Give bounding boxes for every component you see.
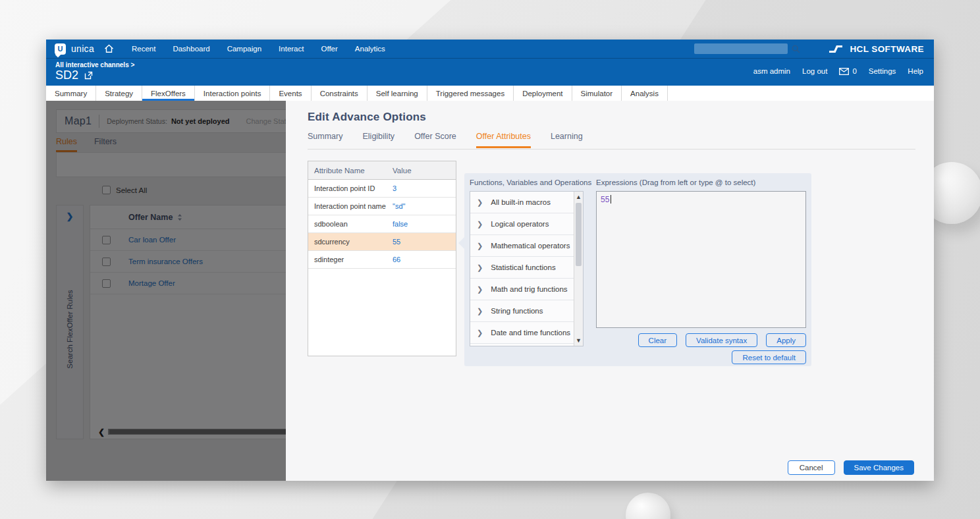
column-value: Value bbox=[393, 167, 456, 175]
cancel-button[interactable]: Cancel bbox=[788, 460, 835, 475]
column-attribute-name: Attribute Name bbox=[308, 167, 393, 175]
breadcrumb[interactable]: All interactive channels > bbox=[55, 61, 134, 68]
dialog-tab-offer-attributes[interactable]: Offer Attributes bbox=[476, 132, 531, 148]
mail-icon bbox=[839, 68, 849, 75]
logout-link[interactable]: Log out bbox=[802, 67, 827, 75]
function-group[interactable]: ❯String functions bbox=[470, 300, 583, 322]
nav-item-offer[interactable]: Offer bbox=[321, 45, 337, 53]
panel-notch bbox=[458, 237, 464, 249]
expression-value: 55 bbox=[601, 195, 609, 204]
chevron-right-icon: ❯ bbox=[477, 220, 483, 229]
divider bbox=[308, 149, 915, 150]
dialog-tab-summary[interactable]: Summary bbox=[308, 132, 342, 148]
function-group[interactable]: ❯All built-in macros bbox=[470, 192, 583, 213]
unica-logo-icon[interactable]: U bbox=[55, 43, 66, 55]
chevron-right-icon: ❯ bbox=[477, 242, 483, 250]
tab-simulator[interactable]: Simulator bbox=[572, 86, 622, 101]
save-changes-button[interactable]: Save Changes bbox=[844, 460, 914, 475]
function-group[interactable]: ❯Math and trig functions bbox=[470, 279, 583, 300]
vertical-scrollbar: ▲ ▼ bbox=[574, 192, 583, 346]
tab-analysis[interactable]: Analysis bbox=[622, 86, 668, 101]
function-group[interactable]: ❯Statistical functions bbox=[470, 257, 583, 279]
dialog-footer: Cancel Save Changes bbox=[788, 460, 914, 475]
help-link[interactable]: Help bbox=[908, 67, 923, 75]
settings-link[interactable]: Settings bbox=[869, 67, 896, 75]
scrollbar-thumb[interactable] bbox=[576, 203, 582, 266]
tab-constraints[interactable]: Constraints bbox=[312, 86, 368, 101]
dialog-tab-eligibility[interactable]: Eligibility bbox=[362, 132, 395, 148]
expressions-label: Expressions (Drag from left or type @ to… bbox=[596, 178, 755, 186]
functions-label: Functions, Variables and Operations bbox=[470, 178, 591, 186]
nav-item-interact[interactable]: Interact bbox=[279, 45, 304, 53]
top-navbar: U unica Recent Dashboard Campaign Intera… bbox=[46, 40, 934, 58]
global-search-input[interactable] bbox=[694, 43, 788, 54]
dim-overlay bbox=[46, 101, 286, 481]
tab-interaction-points[interactable]: Interaction points bbox=[195, 86, 271, 101]
tab-deployment[interactable]: Deployment bbox=[514, 86, 572, 101]
mail-count: 0 bbox=[852, 67, 856, 75]
apply-button[interactable]: Apply bbox=[766, 333, 806, 347]
dialog-tab-offer-score[interactable]: Offer Score bbox=[414, 132, 456, 148]
search-icon[interactable] bbox=[792, 45, 800, 53]
attribute-table: Attribute Name Value Interaction point I… bbox=[308, 161, 456, 356]
expression-textarea[interactable]: 55 bbox=[596, 191, 806, 328]
hcl-logo-text: HCL SOFTWARE bbox=[850, 44, 924, 54]
scroll-down-icon[interactable]: ▼ bbox=[574, 336, 583, 345]
breadcrumb-bar: All interactive channels > SD2 asm admin… bbox=[46, 58, 934, 86]
nav-item-campaign[interactable]: Campaign bbox=[227, 45, 261, 53]
validate-syntax-button[interactable]: Validate syntax bbox=[686, 333, 757, 347]
function-group[interactable]: ❯Date and time functions bbox=[470, 322, 583, 344]
scroll-up-icon[interactable]: ▲ bbox=[574, 192, 583, 202]
app-window: U unica Recent Dashboard Campaign Intera… bbox=[46, 40, 934, 481]
nav-item-dashboard[interactable]: Dashboard bbox=[173, 45, 209, 53]
tab-triggered-messages[interactable]: Triggered messages bbox=[427, 86, 514, 101]
table-row[interactable]: sdinteger 66 bbox=[308, 251, 456, 269]
edit-advance-options-dialog: Edit Advance Options Summary Eligibility… bbox=[286, 101, 934, 481]
chevron-right-icon: ❯ bbox=[477, 329, 483, 337]
tab-strategy[interactable]: Strategy bbox=[96, 86, 142, 101]
tab-flexoffers[interactable]: FlexOffers bbox=[142, 86, 195, 101]
table-row[interactable]: Interaction point ID 3 bbox=[308, 180, 456, 198]
table-row[interactable]: Interaction point name "sd" bbox=[308, 198, 456, 215]
hcl-logo-glyph bbox=[828, 45, 844, 53]
reset-to-default-button[interactable]: Reset to default bbox=[732, 350, 806, 364]
text-cursor bbox=[611, 195, 611, 204]
nav-item-recent[interactable]: Recent bbox=[132, 45, 155, 53]
mail-indicator[interactable]: 0 bbox=[839, 67, 856, 75]
hcl-software-logo: HCL SOFTWARE bbox=[828, 44, 924, 54]
top-nav-menu: Recent Dashboard Campaign Interact Offer… bbox=[132, 45, 385, 53]
dialog-tab-learning[interactable]: Learning bbox=[551, 132, 583, 148]
chevron-right-icon: ❯ bbox=[477, 263, 483, 272]
user-name[interactable]: asm admin bbox=[753, 67, 790, 75]
chevron-right-icon: ❯ bbox=[477, 285, 483, 294]
external-link-icon[interactable] bbox=[84, 71, 93, 80]
tab-self-learning[interactable]: Self learning bbox=[368, 86, 427, 101]
function-group[interactable]: ❯Mathematical operators bbox=[470, 235, 583, 257]
tab-events[interactable]: Events bbox=[270, 86, 311, 101]
attribute-table-header: Attribute Name Value bbox=[308, 161, 456, 180]
clear-button[interactable]: Clear bbox=[638, 333, 677, 347]
dialog-title: Edit Advance Options bbox=[308, 111, 426, 124]
unica-logo-text[interactable]: unica bbox=[71, 43, 94, 54]
functions-list: ❯All built-in macros ❯Logical operators … bbox=[470, 191, 584, 346]
flexoffer-rules-panel: Map1 Deployment Status: Not yet deployed… bbox=[46, 101, 286, 481]
chevron-right-icon: ❯ bbox=[477, 307, 483, 315]
home-icon[interactable] bbox=[104, 44, 114, 53]
main-tabbar: Summary Strategy FlexOffers Interaction … bbox=[46, 86, 934, 101]
tab-summary[interactable]: Summary bbox=[46, 86, 96, 101]
function-group[interactable]: ❯Logical operators bbox=[470, 213, 583, 235]
dialog-tabs: Summary Eligibility Offer Score Offer At… bbox=[308, 132, 583, 148]
chevron-right-icon: ❯ bbox=[477, 198, 483, 207]
page-title: SD2 bbox=[55, 68, 78, 82]
table-row-selected[interactable]: sdcurrency 55 bbox=[308, 233, 456, 251]
expression-builder-panel: Functions, Variables and Operations ❯All… bbox=[464, 173, 811, 366]
table-row[interactable]: sdboolean false bbox=[308, 215, 456, 233]
nav-item-analytics[interactable]: Analytics bbox=[355, 45, 385, 53]
